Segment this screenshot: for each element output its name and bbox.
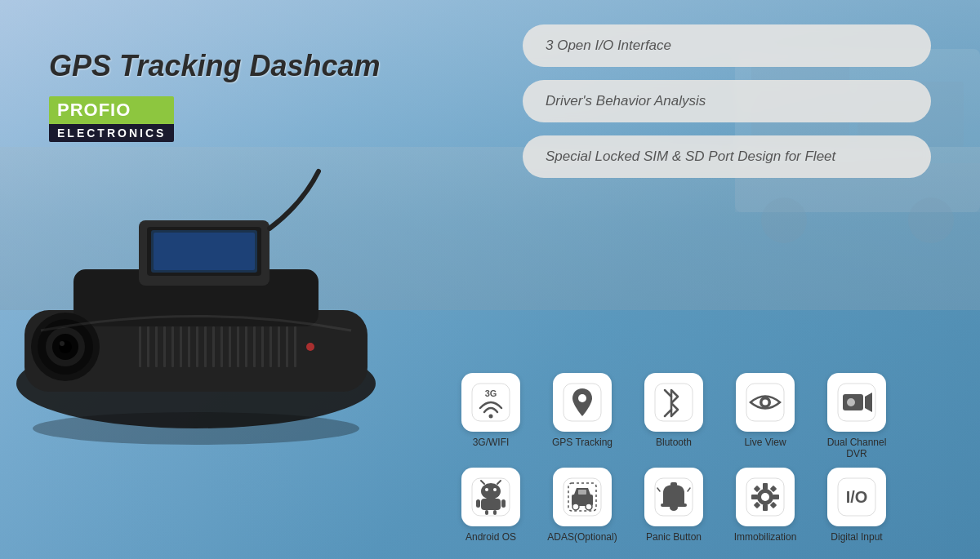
svg-rect-46 [655, 384, 693, 421]
svg-rect-82 [763, 483, 768, 490]
svg-point-18 [60, 341, 65, 346]
svg-point-71 [586, 504, 592, 510]
svg-point-81 [761, 493, 769, 501]
svg-rect-20 [147, 326, 149, 367]
icon-item-bluetooth: Blutooth [633, 373, 715, 459]
svg-rect-72 [578, 490, 586, 495]
svg-point-59 [493, 488, 497, 491]
svg-rect-27 [204, 326, 207, 367]
icon-box-3gwifi: 3G [461, 373, 520, 432]
icon-box-dvr [827, 373, 886, 432]
svg-point-39 [306, 343, 314, 351]
svg-rect-35 [270, 326, 272, 367]
svg-rect-36 [278, 326, 280, 367]
icons-row-1: 3G 3G/WIFI [392, 373, 956, 459]
svg-rect-63 [476, 499, 480, 508]
icon-label-dvr: Dual Channel DVR [816, 437, 898, 459]
svg-point-57 [481, 483, 501, 499]
svg-rect-84 [751, 495, 758, 499]
icon-label-adas: ADAS(Optional) [547, 531, 617, 543]
svg-rect-31 [237, 326, 239, 367]
svg-rect-28 [212, 326, 215, 367]
svg-point-55 [847, 398, 855, 406]
svg-rect-34 [261, 326, 264, 367]
svg-rect-23 [172, 326, 174, 367]
svg-rect-12 [154, 233, 255, 270]
product-title: GPS Tracking Dashcam [49, 49, 441, 83]
icon-label-android: Android OS [466, 531, 516, 543]
icon-box-gps [553, 373, 612, 432]
svg-point-70 [572, 504, 579, 510]
svg-rect-30 [229, 326, 231, 367]
icon-label-io: Digital Input [831, 531, 882, 543]
svg-rect-26 [196, 326, 198, 367]
icon-label-gps: GPS Tracking [552, 437, 612, 448]
svg-rect-65 [485, 510, 488, 515]
svg-text:I/O: I/O [846, 488, 868, 506]
icon-box-immob [736, 468, 795, 526]
svg-rect-85 [773, 495, 779, 499]
icon-label-panic: Panic Button [646, 531, 702, 543]
icon-box-panic [644, 468, 703, 526]
icon-label-3gwifi: 3G/WIFI [473, 437, 510, 448]
icon-item-immob: Immobilization [724, 468, 806, 543]
svg-rect-24 [180, 326, 182, 367]
icon-item-android: Android OS [450, 468, 532, 543]
svg-rect-19 [139, 326, 141, 367]
icons-section: 3G 3G/WIFI [392, 373, 956, 543]
svg-rect-33 [253, 326, 256, 367]
svg-rect-64 [501, 499, 506, 508]
icon-box-io: I/O [827, 468, 886, 526]
icon-item-liveview: Live View [724, 373, 806, 459]
svg-rect-21 [155, 326, 158, 367]
icon-item-gps: GPS Tracking [541, 373, 623, 459]
icon-item-panic: Panic Button [633, 468, 715, 543]
svg-rect-38 [294, 326, 296, 367]
svg-rect-32 [245, 326, 247, 367]
svg-text:3G: 3G [485, 388, 497, 398]
icon-item-dvr: Dual Channel DVR [816, 373, 898, 459]
svg-point-45 [578, 394, 586, 402]
icon-item-io: I/O Digital Input [816, 468, 898, 543]
svg-point-40 [33, 412, 359, 445]
brand-box: PROFIO ELECTRONICS [49, 96, 174, 142]
svg-rect-37 [286, 326, 288, 367]
svg-rect-25 [188, 326, 190, 367]
svg-point-76 [670, 504, 678, 511]
brand-top: PROFIO [49, 96, 174, 124]
icon-box-android [461, 468, 520, 526]
svg-rect-66 [493, 510, 497, 515]
svg-rect-62 [481, 499, 501, 510]
icon-box-adas [553, 468, 612, 526]
feature-pill-2: Driver's Behavior Analysis [523, 80, 931, 122]
icons-row-2: Android OS AD [392, 468, 956, 543]
feature-pill-1: 3 Open I/O Interface [523, 24, 931, 67]
svg-point-43 [489, 415, 493, 419]
svg-rect-22 [163, 326, 166, 367]
icon-label-immob: Immobilization [734, 531, 797, 543]
svg-point-58 [485, 488, 488, 491]
svg-point-51 [763, 400, 768, 406]
feature-pills-container: 3 Open I/O Interface Driver's Behavior A… [523, 24, 931, 178]
feature-pill-3: Special Locked SIM & SD Port Design for … [523, 135, 931, 178]
page-container: GPS Tracking Dashcam PROFIO ELECTRONICS [0, 0, 980, 559]
svg-rect-83 [763, 504, 768, 511]
icon-label-liveview: Live View [744, 437, 786, 448]
icon-box-liveview [736, 373, 795, 432]
icon-box-bluetooth [644, 373, 703, 432]
svg-rect-29 [220, 326, 223, 367]
icon-item-adas: ADAS(Optional) [541, 468, 623, 543]
icon-label-bluetooth: Blutooth [656, 437, 692, 448]
icon-item-3gwifi: 3G 3G/WIFI [450, 373, 532, 459]
